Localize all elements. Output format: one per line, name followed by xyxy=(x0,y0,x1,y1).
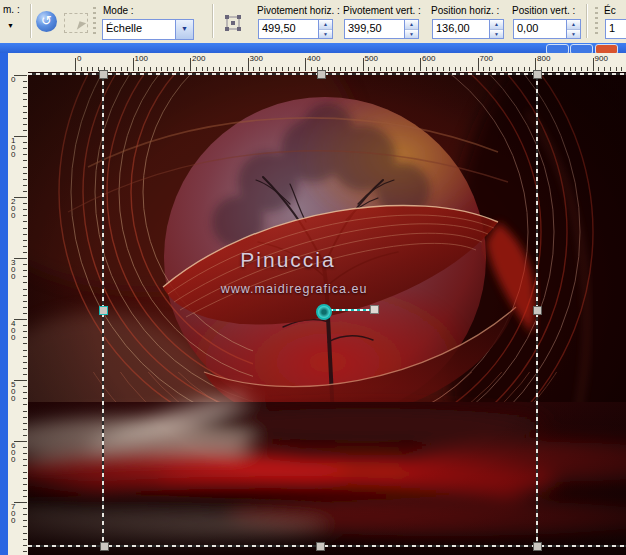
position-v-label: Position vert. : xyxy=(512,5,575,16)
ruler-tick xyxy=(593,58,594,71)
ruler-tick xyxy=(248,58,249,71)
zoom-group-label: m. : xyxy=(3,4,20,15)
rotation-handle[interactable] xyxy=(370,305,379,314)
mode-select[interactable]: Échelle ▼ xyxy=(102,19,194,40)
mode-label: Mode : xyxy=(103,5,134,16)
ruler-corner-box xyxy=(8,53,29,73)
ruler-tick xyxy=(23,362,27,363)
ruler-tick xyxy=(518,67,519,71)
handle-mid-right[interactable] xyxy=(533,306,542,315)
ruler-tick xyxy=(23,106,27,107)
pivot-center-handle[interactable] xyxy=(316,304,332,320)
position-h-value[interactable]: 136,00 xyxy=(433,20,489,38)
position-v-input[interactable]: 0,00 ▲▼ xyxy=(513,19,581,39)
ruler-tick xyxy=(202,67,203,71)
ruler-label: 200 xyxy=(11,198,19,219)
ruler-tick xyxy=(23,435,27,436)
spin-down-icon[interactable]: ▼ xyxy=(319,30,332,39)
ruler-label: 100 xyxy=(11,137,19,158)
artwork-title-text: Pinuccia xyxy=(188,248,388,272)
ruler-label: 500 xyxy=(365,54,378,63)
deform-pointer-icon[interactable] xyxy=(64,13,88,33)
handle-bottom-right[interactable] xyxy=(533,542,542,551)
pivot-h-input[interactable]: 499,50 ▲▼ xyxy=(258,19,333,39)
position-v-spinner[interactable]: ▲▼ xyxy=(566,20,580,38)
ruler-tick xyxy=(23,337,27,338)
handle-bottom-center[interactable] xyxy=(316,542,325,551)
ruler-tick xyxy=(345,67,346,71)
ruler-tick xyxy=(466,67,467,71)
ruler-tick xyxy=(288,67,289,71)
pivot-v-input[interactable]: 399,50 ▲▼ xyxy=(344,19,419,39)
ruler-tick xyxy=(23,179,27,180)
ruler-tick xyxy=(242,67,243,71)
position-h-input[interactable]: 136,00 ▲▼ xyxy=(432,19,504,39)
ruler-tick xyxy=(184,67,185,71)
ruler-tick xyxy=(23,93,27,94)
ruler-tick xyxy=(23,295,27,296)
image-window-titlebar[interactable] xyxy=(0,43,626,53)
ruler-tick xyxy=(495,67,496,71)
spin-up-icon[interactable]: ▲ xyxy=(319,20,332,30)
spin-up-icon[interactable]: ▲ xyxy=(567,20,580,30)
scale-label: Éc xyxy=(604,5,616,16)
pivot-h-value[interactable]: 499,50 xyxy=(259,20,318,38)
handle-top-center[interactable] xyxy=(317,70,326,79)
ruler-tick xyxy=(23,417,27,418)
toolbar-grip[interactable] xyxy=(595,7,598,36)
ruler-tick xyxy=(213,67,214,71)
pivot-h-spinner[interactable]: ▲▼ xyxy=(318,20,332,38)
ruler-tick xyxy=(449,67,450,71)
position-v-value[interactable]: 0,00 xyxy=(514,20,566,38)
ruler-tick xyxy=(23,459,27,460)
spin-down-icon[interactable]: ▼ xyxy=(567,30,580,39)
ruler-tick xyxy=(23,325,27,326)
handle-mid-left[interactable] xyxy=(99,306,108,315)
pivot-v-value[interactable]: 399,50 xyxy=(345,20,404,38)
pivot-h-label: Pivotement horiz. : xyxy=(257,5,340,16)
scale-value[interactable]: 1 xyxy=(606,20,626,38)
position-h-spinner[interactable]: ▲▼ xyxy=(489,20,503,38)
toolbar-grip[interactable] xyxy=(93,7,96,36)
ruler-tick xyxy=(598,67,599,71)
ruler-tick xyxy=(23,191,27,192)
mode-value: Échelle xyxy=(103,20,175,39)
pivot-v-label: Pivotement vert. : xyxy=(343,5,421,16)
ruler-tick xyxy=(23,520,27,521)
spin-down-icon[interactable]: ▼ xyxy=(490,30,503,39)
handle-top-right[interactable] xyxy=(533,70,542,79)
scale-input[interactable]: 1 xyxy=(605,19,626,39)
ruler-tick xyxy=(564,67,565,71)
ruler-tick xyxy=(616,67,617,71)
ruler-tick xyxy=(558,67,559,71)
ruler-tick xyxy=(23,411,27,412)
ruler-tick xyxy=(196,67,197,71)
ruler-tick xyxy=(524,67,525,71)
handle-top-left[interactable] xyxy=(99,70,108,79)
zoom-dropdown-arrow-icon[interactable]: ▼ xyxy=(7,22,14,29)
ruler-tick xyxy=(23,99,27,100)
ruler-tick xyxy=(23,252,27,253)
ruler-tick xyxy=(75,58,76,71)
ruler-label: 600 xyxy=(11,442,19,463)
reset-deformation-icon[interactable]: ↺ xyxy=(36,11,57,32)
ruler-label: 700 xyxy=(11,503,19,524)
ruler-tick xyxy=(271,67,272,71)
ruler-tick xyxy=(23,215,27,216)
spin-up-icon[interactable]: ▲ xyxy=(405,20,418,30)
ruler-tick xyxy=(23,545,27,546)
ruler-tick xyxy=(437,67,438,71)
pivot-v-spinner[interactable]: ▲▼ xyxy=(404,20,418,38)
combo-arrow-icon[interactable]: ▼ xyxy=(175,20,193,39)
ruler-tick xyxy=(380,67,381,71)
ruler-label: 100 xyxy=(135,54,148,63)
spin-up-icon[interactable]: ▲ xyxy=(490,20,503,30)
ruler-tick xyxy=(207,67,208,71)
ruler-tick xyxy=(23,148,27,149)
rect-handles-icon[interactable] xyxy=(224,14,242,32)
handle-bottom-left[interactable] xyxy=(100,542,109,551)
ruler-label: 700 xyxy=(480,54,493,63)
spin-down-icon[interactable]: ▼ xyxy=(405,30,418,39)
ruler-tick xyxy=(225,67,226,71)
ruler-tick xyxy=(23,173,27,174)
